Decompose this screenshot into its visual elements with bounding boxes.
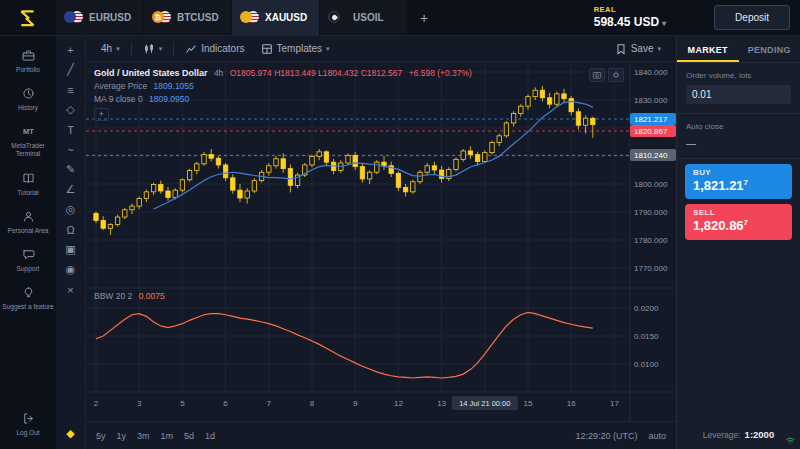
screenshot-button[interactable] <box>589 68 605 82</box>
hide-drawings-icon[interactable]: ◉ <box>60 260 82 279</box>
candle <box>151 185 155 192</box>
account-balance: 598.45 USD▾ <box>594 15 666 30</box>
candle <box>245 191 249 198</box>
candle <box>180 180 184 190</box>
sidebar-item-support[interactable]: Support <box>0 241 56 279</box>
sidebar-item-metatrader[interactable]: MT MetaTrader Terminal <box>0 118 56 164</box>
scale-mode-toggle[interactable]: auto <box>648 431 666 441</box>
indicators-button[interactable]: Indicators <box>178 40 251 58</box>
candle <box>576 112 580 125</box>
lock-drawings-icon[interactable]: ▣ <box>60 240 82 259</box>
candle <box>346 155 350 163</box>
sell-button[interactable]: SELL 1,820.867 <box>685 204 792 239</box>
tab-label: USOIL <box>353 12 384 23</box>
sidebar-item-tutorial[interactable]: Tutorial <box>0 165 56 203</box>
buy-button[interactable]: BUY 1,821.217 <box>685 164 792 199</box>
candle <box>187 171 191 180</box>
add-symbol-tab-button[interactable]: + <box>408 0 440 35</box>
chart-area[interactable]: 1840.0001830.0001800.0001790.0001780.000… <box>86 62 676 421</box>
sidebar-item-history[interactable]: History <box>0 80 56 118</box>
candle <box>317 152 321 157</box>
shapes-icon[interactable]: ◇ <box>60 100 82 119</box>
deposit-button[interactable]: Deposit <box>714 5 790 30</box>
chart-style-selector[interactable]: ▾ <box>136 40 170 58</box>
price-scale-label: 1770.000 <box>634 264 668 273</box>
candle <box>375 162 379 172</box>
zoom-icon[interactable]: ◎ <box>60 200 82 219</box>
brush-icon[interactable]: ✎ <box>60 160 82 179</box>
chart-bottombar: 5y 1y 3m 1m 5d 1d 12:29:20 (UTC) auto <box>86 421 676 449</box>
sidebar-item-personal-area[interactable]: Personal Area <box>0 203 56 241</box>
candle <box>411 182 415 192</box>
time-axis: 2356789121314 Jul 21 00:00151617 <box>94 396 620 410</box>
text-tool-icon[interactable]: T <box>60 120 82 139</box>
candle <box>216 158 220 165</box>
time-axis-label: 13 <box>437 399 446 408</box>
candle <box>310 157 314 165</box>
pane-buttons <box>589 68 624 82</box>
range-1d-button[interactable]: 1d <box>205 431 215 441</box>
app-logo <box>0 0 56 35</box>
indicator-scale-label: 0.0200 <box>634 304 659 313</box>
candle <box>519 106 523 113</box>
chevron-down-icon: ▾ <box>159 45 163 53</box>
chart-settings-button[interactable] <box>608 68 624 82</box>
candle <box>511 113 515 123</box>
range-5d-button[interactable]: 5d <box>184 431 194 441</box>
symbol-tab-eurusd[interactable]: EURUSD <box>56 0 144 35</box>
crosshair-icon[interactable]: + <box>60 40 82 59</box>
timeframe-selector[interactable]: 4h ▾ <box>94 40 127 57</box>
range-1y-button[interactable]: 1y <box>117 431 127 441</box>
save-layout-button[interactable]: Save ▾ <box>608 40 668 58</box>
range-3m-button[interactable]: 3m <box>137 431 150 441</box>
candle <box>324 152 328 162</box>
symbol-tab-xauusd[interactable]: XAUUSD <box>232 0 320 35</box>
topbar: EURUSD ₿ BTCUSD XAUUSD USOIL + REAL 598.… <box>0 0 800 36</box>
lightbulb-icon <box>21 285 36 300</box>
sidebar-item-suggest-feature[interactable]: Suggest a feature <box>0 279 56 317</box>
auto-close-value[interactable]: — <box>686 136 791 149</box>
sidebar-item-logout[interactable]: Log Out <box>0 405 56 443</box>
range-5y-button[interactable]: 5y <box>96 431 106 441</box>
pattern-icon[interactable]: ~ <box>60 140 82 159</box>
gear-icon <box>611 70 621 80</box>
candle <box>267 166 271 172</box>
logout-icon <box>21 411 36 426</box>
symbol-tab-btcusd[interactable]: ₿ BTCUSD <box>144 0 232 35</box>
remove-drawings-icon[interactable]: × <box>60 280 82 299</box>
chat-bubble-icon <box>21 247 36 262</box>
bbw-value: 0.0075 <box>139 291 165 301</box>
camera-icon <box>592 70 602 80</box>
price-chart[interactable]: 1840.0001830.0001800.0001790.0001780.000… <box>86 62 676 421</box>
volume-input[interactable]: 0.01 <box>686 85 791 104</box>
candlestick-style-icon <box>143 43 155 55</box>
fib-retracement-icon[interactable]: ≡ <box>60 80 82 99</box>
xauusd-flags-icon <box>240 11 259 24</box>
account-selector[interactable]: REAL 598.45 USD▾ <box>594 5 666 29</box>
time-axis-label: 3 <box>137 399 142 408</box>
tab-market[interactable]: MARKET <box>677 36 739 62</box>
candle <box>403 187 407 191</box>
sidebar-item-portfolio[interactable]: Portfolio <box>0 42 56 80</box>
tab-pending[interactable]: PENDING <box>739 36 800 62</box>
candle <box>555 94 559 104</box>
candle <box>454 159 458 169</box>
range-1m-button[interactable]: 1m <box>161 431 174 441</box>
add-indicator-button[interactable]: + <box>94 108 109 121</box>
bbw-line <box>96 312 593 378</box>
templates-button[interactable]: Templates ▾ <box>254 40 337 58</box>
magnet-icon[interactable]: Ω <box>60 220 82 239</box>
candle <box>274 159 278 166</box>
trendline-icon[interactable]: ╱ <box>60 60 82 79</box>
candle <box>497 136 501 143</box>
watchlist-icon[interactable]: ◆ <box>60 424 82 443</box>
candle <box>173 190 177 197</box>
symbol-tab-usoil[interactable]: USOIL <box>320 0 408 35</box>
utc-clock[interactable]: 12:29:20 (UTC) <box>575 431 637 441</box>
candle <box>396 173 400 187</box>
candle <box>475 155 479 162</box>
candle <box>223 165 227 178</box>
measure-icon[interactable]: ∠ <box>60 180 82 199</box>
tab-label: BTCUSD <box>177 12 219 23</box>
tab-label: EURUSD <box>89 12 131 23</box>
